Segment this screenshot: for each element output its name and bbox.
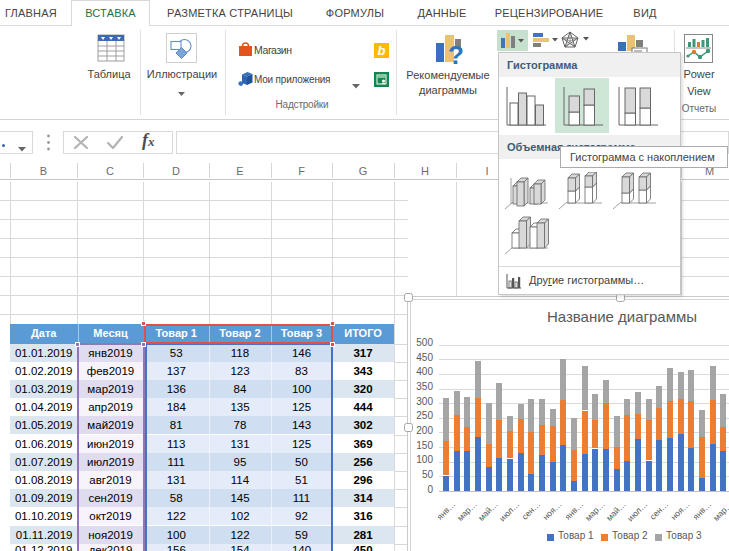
svg-text:?: ?	[448, 40, 464, 66]
